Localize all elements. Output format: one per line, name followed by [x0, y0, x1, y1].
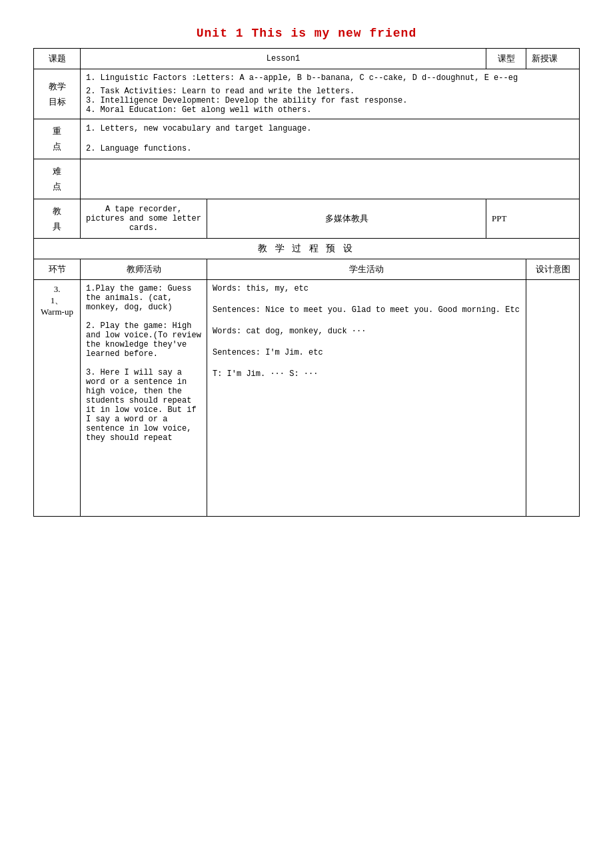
- warmup-section-cell: 3. 1、Warm-up: [34, 280, 81, 517]
- col-header-section: 环节: [34, 259, 81, 280]
- lesson-value: Lesson1: [81, 49, 486, 69]
- col-header-student: 学生活动: [207, 259, 526, 280]
- warmup-number: 3.: [39, 284, 75, 295]
- student-act-5: T: I'm Jim. ··· S: ···: [213, 369, 520, 379]
- difficulties-content: [81, 159, 580, 199]
- teacher-act-2: 2. Play the game: High and low voice.(To…: [86, 321, 201, 359]
- key-item-1: 1. Letters, new vocabulary and target la…: [86, 124, 574, 133]
- obj-item-3: 3. Intelligence Development: Develop the…: [86, 96, 574, 105]
- teacher-activity-cell: 1.Play the game: Guess the animals. (cat…: [81, 280, 207, 517]
- label-materials: 教 具: [34, 199, 81, 239]
- student-act-2: Sentences: Nice to meet you. Glad to mee…: [213, 305, 520, 315]
- col-header-design: 设计意图: [526, 259, 580, 280]
- design-cell: [526, 280, 580, 517]
- objectives-content: 1. Linguistic Factors :Letters: A a--app…: [81, 69, 580, 119]
- label-keypoints: 重 点: [34, 119, 81, 159]
- ppt-label: PPT: [486, 199, 580, 239]
- multimedia-label: 多媒体教具: [207, 199, 486, 239]
- class-type-value: 新授课: [526, 49, 580, 69]
- obj-item-2: 2. Task Activities: Learn to read and wr…: [86, 87, 574, 96]
- page-title: Unit 1 This is my new friend: [33, 27, 580, 40]
- materials-content: A tape recorder, pictures and some lette…: [81, 199, 207, 239]
- label-objectives: 教学 目标: [34, 69, 81, 119]
- student-activity-cell: Words: this, my, etc Sentences: Nice to …: [207, 280, 526, 517]
- obj-item-1: 1. Linguistic Factors :Letters: A a--app…: [86, 73, 574, 83]
- teacher-act-3: 3. Here I will say a word or a sentence …: [86, 368, 201, 443]
- student-act-3: Words: cat dog, monkey, duck ···: [213, 327, 520, 336]
- keypoints-content: 1. Letters, new vocabulary and target la…: [81, 119, 580, 159]
- label-ketie: 课题: [34, 49, 81, 69]
- label-difficulties: 难 点: [34, 159, 81, 199]
- warmup-name: 1、Warm-up: [39, 295, 75, 317]
- obj-item-4: 4. Moral Education: Get along well with …: [86, 105, 574, 115]
- key-item-2: 2. Language functions.: [86, 144, 574, 153]
- process-header: 教 学 过 程 预 设: [34, 239, 580, 259]
- teacher-act-1: 1.Play the game: Guess the animals. (cat…: [86, 284, 201, 312]
- label-kexing: 课型: [486, 49, 526, 69]
- student-act-4: Sentences: I'm Jim. etc: [213, 348, 520, 357]
- student-act-1: Words: this, my, etc: [213, 284, 520, 293]
- col-header-teacher: 教师活动: [81, 259, 207, 280]
